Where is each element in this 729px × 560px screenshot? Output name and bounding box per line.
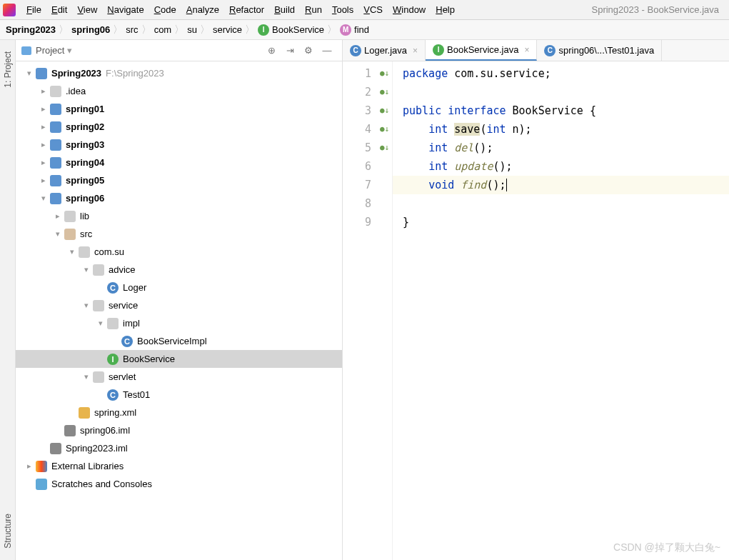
- close-icon[interactable]: ×: [413, 46, 418, 56]
- tree-com-su[interactable]: ▾com.su: [16, 243, 342, 261]
- code-area[interactable]: package com.su.service; public interface…: [393, 61, 729, 560]
- tree-impl[interactable]: ▾impl: [16, 314, 342, 332]
- menu-run[interactable]: Run: [300, 3, 327, 16]
- tree-scratches-and-consoles[interactable]: Scratches and Consoles: [16, 475, 342, 493]
- menu-code[interactable]: Code: [149, 3, 181, 16]
- crumb-com[interactable]: com: [154, 24, 172, 35]
- tree-spring04[interactable]: ▸spring04: [16, 154, 342, 171]
- menu-refactor[interactable]: Refactor: [224, 3, 269, 16]
- menu-analyze[interactable]: Analyze: [181, 3, 224, 16]
- tree-spring06[interactable]: ▾spring06: [16, 189, 342, 207]
- tree-spring01[interactable]: ▸spring01: [16, 100, 342, 118]
- crumb-src[interactable]: src: [126, 24, 138, 35]
- menu-tools[interactable]: Tools: [327, 3, 358, 16]
- tree-bookserviceimpl[interactable]: CBookServiceImpl: [16, 332, 342, 350]
- tree-servlet[interactable]: ▾servlet: [16, 368, 342, 386]
- code-editor[interactable]: 123456789 ●↓●↓●↓●↓●↓ package com.su.serv…: [343, 61, 729, 560]
- tree-spring06-iml[interactable]: spring06.iml: [16, 421, 342, 439]
- crumb-bookservice[interactable]: IBookService: [258, 24, 324, 36]
- left-tool-gutter: 1: Project Structure: [0, 40, 16, 560]
- menu-bar: FileEditViewNavigateCodeAnalyzeRefactorB…: [0, 0, 729, 20]
- tool-tab-project[interactable]: 1: Project: [1, 47, 14, 92]
- tab-loger-java[interactable]: CLoger.java×: [343, 40, 426, 61]
- tree-test01[interactable]: CTest01: [16, 386, 342, 404]
- breadcrumb: Spring2023〉spring06〉src〉com〉su〉service〉I…: [0, 20, 729, 40]
- crumb-spring2023[interactable]: Spring2023: [6, 24, 56, 35]
- tree-spring03[interactable]: ▸spring03: [16, 136, 342, 154]
- menu-help[interactable]: Help: [431, 3, 460, 16]
- tree-spring2023[interactable]: ▾Spring2023F:\Spring2023: [16, 64, 342, 82]
- gear-icon[interactable]: ⚙: [302, 44, 315, 57]
- tool-tab-structure[interactable]: Structure: [1, 509, 14, 553]
- menu-edit[interactable]: Edit: [46, 3, 72, 16]
- tree-service[interactable]: ▾service: [16, 296, 342, 314]
- tree--idea[interactable]: ▸.idea: [16, 82, 342, 100]
- project-icon: [21, 46, 31, 55]
- close-icon[interactable]: ×: [524, 45, 529, 55]
- window-title: Spring2023 - BookService.java: [592, 4, 727, 15]
- tree-spring-xml[interactable]: spring.xml: [16, 404, 342, 421]
- menu-window[interactable]: Window: [388, 3, 431, 16]
- crumb-spring06[interactable]: spring06: [71, 24, 110, 35]
- dropdown-icon[interactable]: ▾: [67, 45, 72, 56]
- gutter-markers: ●↓●↓●↓●↓●↓: [377, 61, 393, 560]
- collapse-icon[interactable]: ⇥: [283, 44, 296, 57]
- menu-file[interactable]: File: [21, 3, 46, 16]
- project-sidebar: Project ▾ ⊕ ⇥ ⚙ — ▾Spring2023F:\Spring20…: [16, 40, 343, 560]
- tree-loger[interactable]: CLoger: [16, 279, 342, 296]
- sidebar-title: Project: [36, 45, 64, 56]
- tree-bookservice[interactable]: IBookService: [16, 350, 342, 368]
- menu-view[interactable]: View: [72, 3, 102, 16]
- menu-vcs[interactable]: VCS: [358, 3, 388, 16]
- crumb-service[interactable]: service: [213, 24, 242, 35]
- tree-lib[interactable]: ▸lib: [16, 207, 342, 225]
- tab-spring06-test01-java[interactable]: Cspring06\...\Test01.java: [537, 40, 662, 61]
- app-icon: [3, 4, 16, 16]
- menu-navigate[interactable]: Navigate: [102, 3, 149, 16]
- tree-spring05[interactable]: ▸spring05: [16, 171, 342, 189]
- menu-build[interactable]: Build: [269, 3, 300, 16]
- hide-icon[interactable]: —: [321, 44, 333, 57]
- tree-external-libraries[interactable]: ▸External Libraries: [16, 457, 342, 475]
- tab-bookservice-java[interactable]: IBookService.java×: [426, 40, 537, 61]
- tree-src[interactable]: ▾src: [16, 225, 342, 243]
- project-tree[interactable]: ▾Spring2023F:\Spring2023▸.idea▸spring01▸…: [16, 61, 342, 560]
- editor-tabs: CLoger.java×IBookService.java×Cspring06\…: [343, 40, 729, 61]
- tree-advice[interactable]: ▾advice: [16, 261, 342, 279]
- crumb-find[interactable]: Mfind: [340, 24, 369, 36]
- tree-spring02[interactable]: ▸spring02: [16, 118, 342, 136]
- crumb-su[interactable]: su: [187, 24, 197, 35]
- watermark: CSDN @掉了颗大白兔~: [613, 541, 720, 554]
- tree-spring2023-iml[interactable]: Spring2023.iml: [16, 439, 342, 457]
- line-numbers: 123456789: [343, 61, 377, 560]
- target-icon[interactable]: ⊕: [265, 44, 278, 57]
